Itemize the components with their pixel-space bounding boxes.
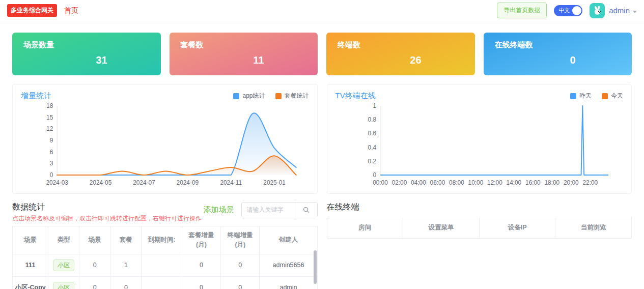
- svg-text:0.4: 0.4: [368, 144, 376, 151]
- column-header: 到期时间:: [142, 226, 182, 254]
- svg-text:22:00: 22:00: [582, 179, 598, 186]
- increment-chart-title: 增量统计: [21, 91, 51, 101]
- legend-label: app统计: [242, 92, 265, 100]
- table-cell: 0: [79, 276, 110, 289]
- table-row[interactable]: 111小区0100admin5656: [13, 254, 318, 276]
- scene-table-header-row: 场景类型场景套餐到期时间:套餐增量 (月)终端增量 (月)创建人: [13, 226, 318, 254]
- table-cell: 1: [110, 254, 142, 276]
- stat-value: 26: [338, 54, 464, 66]
- svg-text:08:00: 08:00: [449, 179, 464, 186]
- legend-item-today[interactable]: 今天: [602, 92, 623, 100]
- svg-text:18:00: 18:00: [544, 179, 559, 186]
- dropdown-caret-icon[interactable]: [633, 11, 637, 13]
- scene-type-cell: 小区: [48, 276, 79, 289]
- stat-label: 套餐数: [181, 40, 307, 50]
- svg-text:12:00: 12:00: [487, 179, 502, 186]
- language-toggle-label: 中文: [558, 7, 570, 14]
- stat-value: 31: [23, 54, 150, 66]
- table-cell: 0: [182, 276, 220, 289]
- svg-text:2024-03: 2024-03: [46, 179, 68, 186]
- table-cell: 0: [79, 254, 110, 276]
- export-home-data-button[interactable]: 导出首页数据: [497, 3, 547, 18]
- svg-text:18: 18: [46, 103, 53, 109]
- svg-text:6: 6: [50, 149, 53, 156]
- svg-text:0.6: 0.6: [368, 130, 376, 137]
- table-cell: 0: [221, 276, 260, 289]
- svg-text:20:00: 20:00: [564, 179, 579, 186]
- tv-online-line-chart: 00.20.40.60.8100:0002:0004:0006:0008:001…: [335, 103, 624, 188]
- legend-label: 今天: [611, 92, 623, 100]
- svg-text:1: 1: [373, 103, 376, 109]
- rabbit-icon: [592, 5, 603, 16]
- svg-text:0.8: 0.8: [368, 116, 376, 123]
- stat-value: 0: [495, 54, 621, 66]
- table-cell: 0: [221, 254, 260, 276]
- scene-name-cell[interactable]: 111: [13, 254, 48, 276]
- stat-label: 在线终端数: [495, 40, 621, 50]
- svg-text:14:00: 14:00: [506, 179, 521, 186]
- online-table-empty-body: [327, 239, 632, 289]
- stat-card-terminals: 终端数 26: [326, 33, 475, 75]
- column-header: 套餐: [110, 226, 142, 254]
- brand-badge: 多业务综合网关: [7, 4, 57, 17]
- add-scene-button[interactable]: 添加场景: [204, 205, 234, 215]
- svg-text:00:00: 00:00: [373, 179, 388, 186]
- legend-item-package[interactable]: 套餐统计: [275, 92, 309, 100]
- legend-label: 套餐统计: [285, 92, 309, 100]
- language-toggle[interactable]: 中文: [554, 5, 582, 16]
- type-tag: 小区: [53, 259, 74, 271]
- increment-chart-legend: app统计 套餐统计: [233, 92, 309, 100]
- legend-swatch-icon: [570, 93, 576, 99]
- stat-card-packages: 套餐数 11: [170, 33, 318, 75]
- increment-chart-panel: 增量统计 app统计 套餐统计 03691215182024-032024-05…: [12, 84, 318, 194]
- search-icon: [302, 206, 310, 214]
- scene-type-cell: 小区: [48, 254, 79, 276]
- legend-label: 昨天: [579, 92, 592, 100]
- stat-card-scenes: 场景数量 31: [12, 33, 161, 75]
- stat-label: 终端数: [338, 40, 464, 50]
- table-cell: 0: [182, 254, 220, 276]
- stat-card-online-terminals: 在线终端数 0: [484, 33, 632, 75]
- nav-home-link[interactable]: 首页: [64, 6, 78, 15]
- avatar[interactable]: [590, 3, 605, 18]
- keyword-search-input[interactable]: [242, 203, 295, 217]
- column-header: 房间: [327, 217, 403, 239]
- data-statistics-section: 数据统计 点击场景名称及可编辑，双击行即可跳转进行配置，右键行可进行操作 添加场…: [12, 202, 318, 289]
- legend-swatch-icon: [233, 93, 239, 99]
- tv-online-chart-panel: TV终端在线 昨天 今天 00.20.40.60.8100:0002:0004:…: [327, 84, 632, 194]
- column-header: 终端增量 (月): [221, 226, 260, 254]
- svg-text:15: 15: [46, 114, 53, 121]
- svg-text:3: 3: [50, 160, 53, 167]
- column-header: 设置菜单: [403, 217, 480, 239]
- tv-chart-legend: 昨天 今天: [570, 92, 623, 100]
- stat-value: 11: [181, 54, 307, 66]
- table-row[interactable]: 小区-Copy小区0000admin: [13, 276, 318, 289]
- table-cell: admin5656: [260, 254, 317, 276]
- toggle-knob: [572, 6, 581, 15]
- column-header: 当前浏览: [555, 217, 632, 239]
- scene-name-cell[interactable]: 小区-Copy: [13, 276, 48, 289]
- table-scrollbar[interactable]: [314, 250, 317, 284]
- column-header: 类型: [48, 226, 79, 254]
- svg-text:02:00: 02:00: [391, 179, 407, 186]
- legend-item-app[interactable]: app统计: [233, 92, 265, 100]
- online-terminals-table: 房间设置菜单设备IP当前浏览: [327, 217, 632, 239]
- svg-text:06:00: 06:00: [430, 179, 445, 186]
- svg-text:2024-05: 2024-05: [90, 179, 112, 186]
- svg-text:0.2: 0.2: [368, 158, 376, 165]
- svg-text:2024-07: 2024-07: [133, 179, 155, 186]
- svg-text:04:00: 04:00: [411, 179, 426, 186]
- column-header: 场景: [79, 226, 110, 254]
- stat-label: 场景数量: [23, 40, 150, 50]
- svg-text:10:00: 10:00: [468, 179, 483, 186]
- column-header: 场景: [13, 226, 48, 254]
- table-cell: [142, 254, 182, 276]
- column-header: 套餐增量 (月): [182, 226, 220, 254]
- top-bar: 多业务综合网关 首页 导出首页数据 中文 admin: [0, 0, 644, 21]
- username[interactable]: admin: [609, 6, 630, 15]
- online-terminals-title: 在线终端: [327, 202, 632, 213]
- legend-item-yesterday[interactable]: 昨天: [570, 92, 592, 100]
- increment-area-chart: 03691215182024-032024-052024-072024-0920…: [21, 103, 309, 188]
- svg-text:2024-09: 2024-09: [177, 179, 199, 186]
- search-button[interactable]: [295, 203, 317, 217]
